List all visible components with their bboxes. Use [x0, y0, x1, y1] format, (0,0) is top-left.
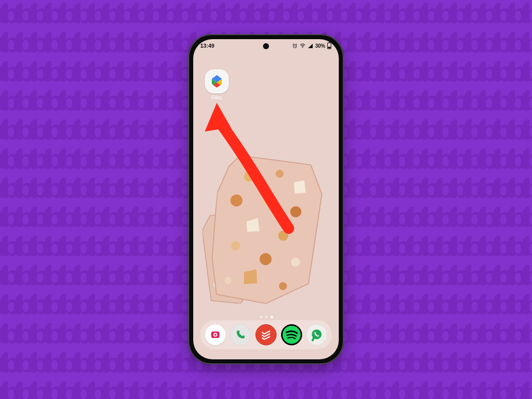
wifi-icon — [300, 43, 306, 49]
svg-marker-11 — [206, 154, 325, 308]
svg-rect-29 — [329, 42, 330, 43]
page-indicator[interactable] — [193, 316, 339, 318]
statusbar-time: 13:49 — [200, 43, 214, 49]
svg-rect-30 — [328, 47, 330, 48]
svg-point-33 — [214, 334, 216, 336]
phone-device-frame: 13:49 — [188, 34, 344, 364]
alarm-icon — [292, 43, 298, 49]
whatsapp-icon — [310, 328, 323, 341]
files-app-label: Files — [201, 95, 232, 100]
svg-point-27 — [302, 47, 303, 47]
phone-icon — [235, 329, 246, 340]
files-app-icon[interactable] — [205, 69, 229, 93]
todoist-icon — [260, 329, 272, 340]
camera-icon — [210, 329, 221, 340]
dock-camera-app[interactable] — [205, 324, 226, 345]
page-dot-0[interactable] — [259, 316, 262, 318]
dock-phone-app[interactable] — [230, 324, 251, 345]
statusbar-battery-percent: 30% — [315, 43, 325, 49]
signal-icon — [308, 43, 313, 49]
spotify-icon — [282, 325, 302, 345]
dock — [200, 320, 332, 349]
files-icon — [209, 74, 224, 89]
statusbar-right-group: 30% — [292, 42, 332, 49]
page-dot-1[interactable] — [265, 316, 268, 318]
statusbar: 13:49 — [193, 39, 339, 52]
wallpaper-rock-front — [206, 154, 326, 309]
phone-screen[interactable]: 13:49 — [193, 39, 339, 359]
battery-icon — [327, 42, 332, 49]
page-dot-2[interactable] — [271, 316, 273, 318]
home-app-files[interactable]: Files — [201, 69, 232, 100]
dock-whatsapp-app[interactable] — [306, 324, 327, 345]
dock-todoist-app[interactable] — [255, 324, 277, 345]
dock-spotify-app[interactable] — [281, 324, 302, 345]
